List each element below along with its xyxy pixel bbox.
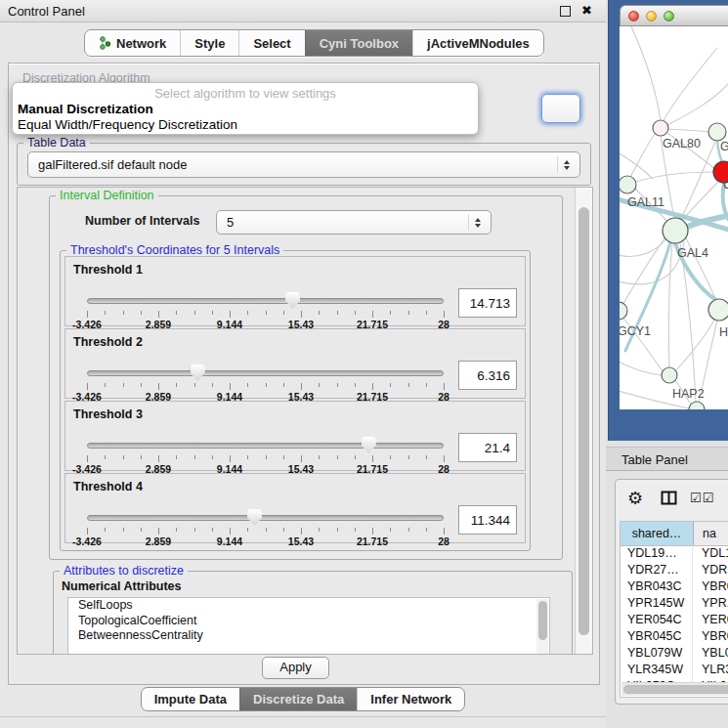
tick-mark [444, 455, 445, 462]
tick-mark [230, 528, 231, 535]
table-row[interactable]: YDL19…YDL1 [621, 545, 728, 562]
dropdown-option-equal-width-frequency-discretization[interactable]: Equal Width/Frequency Discretization [13, 117, 478, 133]
table-row[interactable]: YDR27…YDR2 [621, 562, 728, 578]
slider-track[interactable] [87, 515, 444, 521]
table-row[interactable]: YBL079WYBL0 [621, 645, 728, 662]
tab-network[interactable]: Network [85, 30, 180, 56]
threshold-slider[interactable]: -3.4262.8599.14415.4321.71528 [87, 509, 444, 540]
select-columns-icons[interactable]: ☑☑ [690, 491, 714, 505]
gear-icon[interactable]: ⚙ [627, 488, 643, 508]
minimize-traffic-light-icon[interactable] [646, 11, 657, 21]
numerical-attributes-list[interactable]: SelfLoopsTopologicalCoefficientBetweenne… [67, 597, 550, 655]
split-column-icon[interactable] [661, 491, 677, 505]
attribute-item-selfloops[interactable]: SelfLoops [68, 598, 549, 614]
table-panel-card: ⚙ ☑☑ shared… na YDL19…YDL1YDR27…YDR2YBR0… [615, 479, 728, 705]
tick-mark [337, 311, 338, 315]
tab-cyni-toolbox[interactable]: Cyni Toolbox [305, 30, 412, 56]
slider-thumb[interactable] [247, 509, 262, 526]
table-row[interactable]: YBR045CYBR0 [621, 628, 728, 645]
slider-track[interactable] [87, 443, 444, 449]
scrollbar-thumb[interactable] [623, 685, 728, 694]
tab-label: jActiveMNodules [427, 36, 530, 51]
tick-mark [141, 383, 142, 387]
table-row[interactable]: YPR145WYPR1 [621, 595, 728, 612]
threshold-slider[interactable]: -3.4262.8599.14415.4321.71528 [87, 364, 444, 396]
tick-mark [266, 383, 267, 387]
column-header-shared-name[interactable]: shared… [621, 522, 694, 545]
dropdown-option-manual-discretization[interactable]: Manual Discretization [13, 102, 478, 117]
control-panel-titlebar: Control Panel ✖ [0, 0, 606, 22]
threshold-value-field[interactable] [458, 433, 517, 462]
number-of-intervals-combobox[interactable]: 5 [216, 210, 492, 235]
cell-name: YPR1 [693, 595, 728, 612]
slider-track[interactable] [87, 298, 444, 304]
control-panel-title: Control Panel [8, 4, 85, 19]
node[interactable] [708, 123, 726, 141]
close-icon[interactable]: ✖ [581, 3, 592, 18]
column-header-name[interactable]: na [694, 522, 728, 545]
slider-thumb[interactable] [285, 292, 300, 309]
node-label: C [723, 178, 728, 192]
threshold-value-field[interactable] [458, 361, 517, 390]
threshold-slider[interactable]: -3.4262.8599.14415.4321.71528 [87, 437, 444, 468]
node-label: GAL80 [663, 137, 701, 150]
close-traffic-light-icon[interactable] [628, 11, 639, 21]
table-rows: YDL19…YDL1YDR27…YDR2YBR043CYBR0YPR145WYP… [621, 545, 728, 686]
table-row[interactable]: YLR345WYLR3 [621, 662, 728, 678]
tick-mark [212, 383, 213, 387]
bottom-tab-infer-network[interactable]: Infer Network [357, 688, 464, 710]
tab-style[interactable]: Style [180, 30, 238, 56]
node-gcy1[interactable] [620, 302, 627, 320]
thresholds-group: Threshold's Coordinates for 5 Intervals … [60, 250, 531, 551]
tick-mark [372, 528, 373, 535]
node[interactable] [689, 402, 705, 409]
slider-thumb[interactable] [191, 364, 205, 381]
float-window-icon[interactable] [560, 6, 571, 17]
top-tab-bar: NetworkStyleSelectCyni ToolboxjActiveMNo… [84, 29, 544, 57]
bottom-tab-discretize-data[interactable]: Discretize Data [239, 688, 357, 710]
zoom-traffic-light-icon[interactable] [664, 11, 674, 21]
table-row[interactable]: YBR043CYBR0 [621, 578, 728, 595]
network-nodes[interactable] [620, 120, 728, 409]
network-canvas[interactable]: GAL80 GA C GAL11 GAL4 GCY1 H HAP2 [620, 26, 728, 409]
tick-mark [247, 528, 248, 532]
tick-mark [426, 383, 427, 387]
table-data-combobox[interactable]: galFiltered.sif default node [27, 151, 580, 178]
tab-label: Style [194, 36, 225, 51]
threshold-slider[interactable]: -3.4262.8599.14415.4321.71528 [87, 292, 444, 323]
threshold-box: Threshold 4-3.4262.8599.14415.4321.71528 [64, 473, 526, 543]
node-hap2[interactable] [662, 367, 677, 383]
slider-thumb[interactable] [362, 437, 376, 453]
attribute-items: SelfLoopsTopologicalCoefficientBetweenne… [68, 598, 549, 644]
node-h[interactable] [708, 299, 728, 321]
bottom-tab-impute-data[interactable]: Impute Data [142, 688, 239, 710]
cell-shared-name: YBR043C [621, 578, 693, 595]
slider-ticks [87, 311, 444, 319]
node-gal4[interactable] [663, 218, 688, 243]
threshold-value-field[interactable] [458, 505, 517, 535]
tab-select[interactable]: Select [238, 30, 304, 56]
threshold-value-field[interactable] [458, 288, 517, 318]
node-label: GAL11 [627, 195, 664, 209]
slider-track[interactable] [87, 370, 444, 376]
attributes-scrollbar[interactable] [536, 599, 548, 655]
tab-jactivemnodules[interactable]: jActiveMNodules [412, 30, 543, 56]
attribute-item-topologicalcoefficient[interactable]: TopologicalCoefficient [68, 614, 549, 629]
cell-shared-name: YBL079W [621, 645, 693, 662]
apply-button[interactable]: Apply [262, 657, 329, 679]
node-gal11[interactable] [620, 176, 636, 193]
tick-mark [283, 455, 284, 459]
tick-mark [426, 455, 427, 459]
tick-mark [158, 383, 159, 390]
table-row[interactable]: YER054CYER0 [621, 612, 728, 628]
tick-mark [444, 383, 445, 390]
tick-mark [176, 311, 177, 315]
vertical-scrollbar[interactable] [575, 188, 592, 654]
tick-mark [390, 383, 391, 387]
scrollbar-thumb[interactable] [578, 207, 589, 635]
algorithm-combobox[interactable] [541, 94, 580, 123]
horizontal-scrollbar[interactable] [621, 682, 728, 696]
attribute-item-betweennesscentrality[interactable]: BetweennessCentrality [68, 628, 549, 644]
tick-mark [372, 455, 373, 462]
node-gal80[interactable] [653, 120, 668, 136]
